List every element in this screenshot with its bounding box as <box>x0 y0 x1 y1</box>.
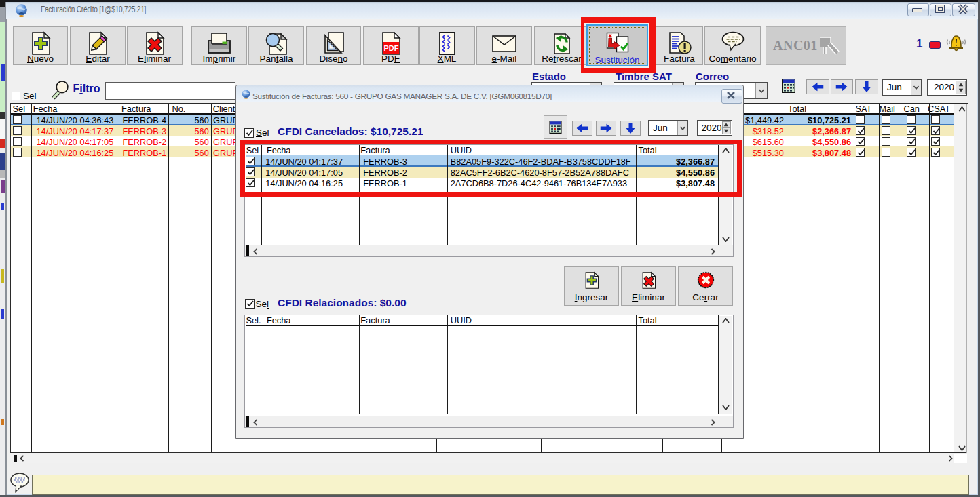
svg-text:PDF: PDF <box>383 44 398 52</box>
